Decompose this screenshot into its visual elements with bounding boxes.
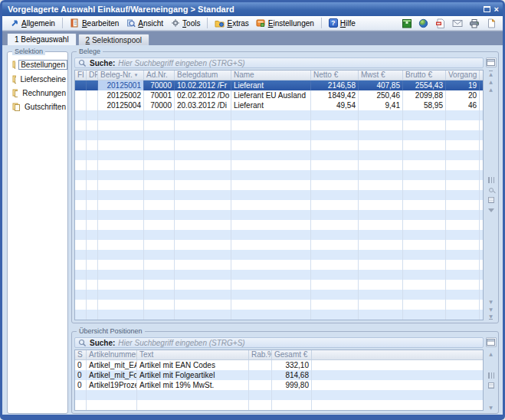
column-header[interactable]: Beleg-Nr. xyxy=(98,71,144,80)
column-chooser-icon[interactable] xyxy=(486,337,497,347)
table-row-empty[interactable] xyxy=(75,230,483,240)
columns-icon[interactable] xyxy=(486,176,496,184)
table-cell xyxy=(144,120,175,130)
package-icon[interactable] xyxy=(401,18,412,28)
table-row-empty[interactable] xyxy=(75,150,483,160)
sidebar-item-bestellungen[interactable]: Bestellungen xyxy=(12,60,67,70)
pdf-icon[interactable] xyxy=(434,18,446,28)
sidebar-item-rechnungen[interactable]: Rechnungen xyxy=(12,89,67,97)
table-cell xyxy=(87,190,98,200)
scroll-down-icon[interactable]: ▼ xyxy=(486,403,496,411)
new-document-icon[interactable] xyxy=(485,18,497,28)
table-row-empty[interactable] xyxy=(75,400,483,410)
table-row-empty[interactable] xyxy=(75,210,483,220)
menu-hilfe[interactable]: ? Hilfe xyxy=(326,18,359,28)
table-cell: Lieferant xyxy=(231,80,311,90)
table-cell xyxy=(98,170,144,180)
sidebar-item-lieferscheine[interactable]: Lieferscheine xyxy=(12,75,67,84)
restore-icon[interactable] xyxy=(484,5,490,14)
scroll-last-icon[interactable]: ▼ xyxy=(486,313,496,320)
table-row[interactable]: 201250047000020.03.2012 /DiLieferant49,5… xyxy=(75,100,483,110)
table-row-empty[interactable] xyxy=(75,110,483,120)
table-cell xyxy=(75,140,87,150)
table-row-empty[interactable] xyxy=(75,130,483,140)
table-row-empty[interactable] xyxy=(75,160,483,170)
table-row-empty[interactable] xyxy=(75,180,483,190)
scroll-down-icon[interactable]: ▼ xyxy=(486,297,496,305)
table-cell xyxy=(311,110,359,120)
column-header[interactable]: DR xyxy=(87,71,98,80)
positionen-search-input[interactable]: Suche: Hier Suchbegriff eingeben (STRG+S… xyxy=(74,337,484,348)
scroll-page-up-icon[interactable]: ▲ xyxy=(486,85,496,93)
table-cell xyxy=(175,220,231,230)
scroll-up-icon[interactable]: ▲ xyxy=(486,77,496,85)
menu-einstellungen[interactable]: Einstellungen xyxy=(253,18,317,29)
table-row-empty[interactable] xyxy=(75,120,483,130)
column-header[interactable]: Brutto € xyxy=(403,71,446,80)
table-row-empty[interactable] xyxy=(75,220,483,230)
column-header[interactable]: Gesamt € xyxy=(272,350,312,359)
positionen-table: SArtikelnummerTextRab.%Gesamt € 0Artikel… xyxy=(74,349,484,411)
table-row-empty[interactable] xyxy=(75,140,483,150)
columns-icon[interactable] xyxy=(486,372,496,379)
menu-ansicht[interactable]: Ansicht xyxy=(123,18,166,29)
tab-selektionspool[interactable]: 2 Selektionspool xyxy=(78,34,149,45)
table-row[interactable]: 0Artikel19ProzentArtikel mit 19% MwSt.99… xyxy=(75,380,483,390)
table-cell xyxy=(403,110,446,120)
column-header[interactable]: Artikelnummer xyxy=(87,350,137,359)
scroll-first-icon[interactable]: ▲ xyxy=(486,70,496,77)
list-icon[interactable] xyxy=(486,382,496,389)
column-header[interactable]: Belegdatum xyxy=(175,71,231,80)
sidebar-item-gutschriften[interactable]: Gutschriften xyxy=(12,103,67,111)
column-header[interactable]: Name xyxy=(231,71,311,80)
table-row-empty[interactable] xyxy=(75,270,483,280)
tab-belegauswahl[interactable]: 1 Belegauswahl xyxy=(7,33,77,45)
table-row-empty[interactable] xyxy=(75,190,483,200)
table-cell xyxy=(403,270,446,280)
zoom-icon[interactable] xyxy=(486,186,496,194)
table-row-empty[interactable] xyxy=(75,200,483,210)
menu-allgemein[interactable]: Allgemein xyxy=(6,18,58,29)
scroll-page-down-icon[interactable]: ▼ xyxy=(486,305,496,313)
printer-icon[interactable] xyxy=(468,18,480,28)
belege-search-input[interactable]: Suche: Hier Suchbegriff eingeben (STRG+S… xyxy=(74,57,484,68)
close-icon[interactable]: × xyxy=(494,5,499,13)
column-header[interactable]: Vorgang xyxy=(446,71,480,80)
menu-extras[interactable]: Extras xyxy=(212,18,251,29)
menu-tools[interactable]: Tools xyxy=(167,18,203,29)
column-header[interactable]: Rab.% xyxy=(249,350,272,359)
column-header[interactable]: Text xyxy=(137,350,249,359)
column-header[interactable]: FI xyxy=(75,71,87,80)
table-row[interactable]: 201250017000010.02.2012 /FrLieferant2146… xyxy=(75,80,483,90)
scroll-up-icon[interactable]: ▲ xyxy=(486,349,496,357)
table-cell-filler xyxy=(480,170,483,180)
table-row[interactable]: 0Artikel_mit_FolgeartikelArtikel mit Fol… xyxy=(75,370,483,380)
globe-icon[interactable] xyxy=(418,18,429,28)
column-header[interactable]: S xyxy=(75,350,87,359)
table-cell xyxy=(446,240,480,250)
filter-icon[interactable] xyxy=(486,206,496,214)
column-header[interactable]: Ad.Nr. xyxy=(144,71,175,80)
table-cell xyxy=(87,260,98,270)
table-row-empty[interactable] xyxy=(75,300,483,310)
column-header[interactable]: Netto € xyxy=(311,71,359,80)
table-row-empty[interactable] xyxy=(75,290,483,300)
table-row-empty[interactable] xyxy=(75,170,483,180)
email-icon[interactable] xyxy=(451,18,463,28)
column-chooser-icon[interactable] xyxy=(486,57,497,67)
table-row-empty[interactable] xyxy=(75,390,483,400)
menu-bearbeiten[interactable]: Bearbeiten xyxy=(67,18,122,29)
table-row-empty[interactable] xyxy=(75,240,483,250)
table-row-empty[interactable] xyxy=(75,280,483,290)
app-window: Vorgelagerte Auswahl Einkauf/Wareneingan… xyxy=(0,0,505,420)
table-cell: 0 xyxy=(75,370,87,380)
table-row-empty[interactable] xyxy=(75,250,483,260)
table-row-empty[interactable] xyxy=(75,310,483,320)
table-cell xyxy=(403,190,446,200)
table-row[interactable]: 201250027000102.02.2012 /DoLieferant EU … xyxy=(75,90,483,100)
column-header[interactable]: Mwst € xyxy=(359,71,403,80)
list-icon[interactable] xyxy=(486,196,496,204)
table-row[interactable]: 0Artikel_mit_EANArtikel mit EAN Codes332… xyxy=(75,360,483,370)
table-row-empty[interactable] xyxy=(75,260,483,270)
table-cell-filler xyxy=(480,120,483,130)
